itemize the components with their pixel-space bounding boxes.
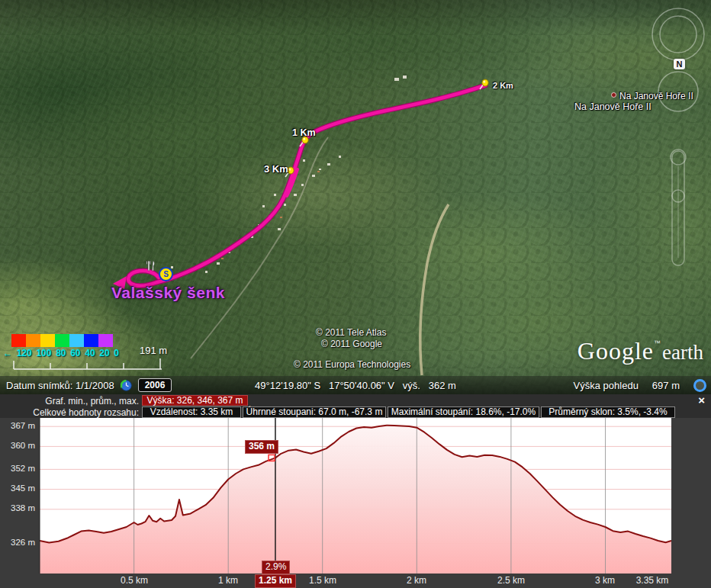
graph-min-avg-max-label: Graf. min., prům., max. <box>0 396 139 406</box>
legend-swatch <box>11 334 26 347</box>
legend-tick: 80 <box>56 348 66 358</box>
logo-earth-text: earth <box>662 341 703 364</box>
y-tick-label: 338 m <box>0 503 35 512</box>
cursor-distance-badge: 1.25 km <box>255 574 296 588</box>
distance-cell: Vzdálenost: 3.35 km <box>142 406 241 418</box>
road-path <box>420 204 449 375</box>
x-tick-label: 0.5 km <box>121 575 148 586</box>
legend-tick: 0 <box>114 348 119 358</box>
logo-google-text: Google <box>577 337 654 365</box>
x-tick-label: 3.35 km <box>636 575 669 586</box>
y-tick-label: 360 m <box>0 441 35 450</box>
elevation-min-avg-max-badge: Výška: 326, 346, 367 m <box>142 395 248 406</box>
legend-tick: 100 <box>36 348 51 358</box>
zoom-slider <box>671 149 686 265</box>
x-tick-label: 2 km <box>407 575 426 586</box>
legend-tick: 40 <box>85 348 95 358</box>
restaurant-icon[interactable] <box>146 260 156 275</box>
elevation-color-legend <box>11 334 113 347</box>
legend-tick: 60 <box>70 348 80 358</box>
cursor-elevation-badge: 356 m <box>245 440 278 454</box>
total-range-label: Celkové hodnoty rozsahu: <box>0 407 139 418</box>
copyright-tele-atlas: © 2011 Tele Atlas <box>316 327 386 338</box>
legend-swatch <box>69 334 84 347</box>
poi-label-valassky-senk: Valašský šenk <box>111 284 225 302</box>
track-marker-label-3km: 3 Km <box>264 163 288 175</box>
y-tick-label: 345 m <box>0 484 35 493</box>
profile-header: Graf. min., prům., max. Výška: 326, 346,… <box>0 394 711 418</box>
imagery-year-button[interactable]: 2006 <box>138 378 172 392</box>
x-tick-label: 2.5 km <box>497 575 525 586</box>
north-button[interactable]: N <box>674 59 685 69</box>
imagery-date-label: Datum snímků: 1/1/2008 <box>6 380 114 391</box>
x-tick-label: 3 km <box>595 575 615 586</box>
legend-swatch <box>98 334 113 347</box>
scale-ruler <box>14 358 162 369</box>
place-label-na-janove-2: Na Janově Hoře II <box>574 101 651 112</box>
legend-swatch <box>26 334 40 347</box>
streaming-indicator-icon <box>693 379 706 392</box>
copyright-google: © 2011 Google <box>321 339 382 349</box>
legend-swatch <box>55 334 69 347</box>
avg-slope-cell: Průměrný sklon: 3.5%, -3.4% <box>541 406 675 418</box>
x-tick-label: 1 km <box>218 575 238 586</box>
logo-tm: ™ <box>654 339 661 347</box>
y-tick-label: 367 m <box>0 421 35 430</box>
google-earth-logo: Google™earth <box>577 337 703 365</box>
cursor-grade-badge: 2.9% <box>262 561 290 574</box>
legend-swatch <box>40 334 55 347</box>
route-start-marker[interactable]: S <box>159 267 173 281</box>
track-marker-label-2km: 2 Km <box>493 81 513 90</box>
track-marker-label-1km: 1 Km <box>292 127 316 138</box>
legend-tick: 120 <box>17 348 32 358</box>
legend-swatch <box>84 334 98 347</box>
village-houses <box>160 76 407 275</box>
place-dot[interactable] <box>611 92 616 98</box>
y-tick-label: 352 m <box>0 464 35 473</box>
legend-tick-row: ← 120 100 80 60 40 20 0 <box>3 348 119 358</box>
village-road <box>191 137 328 358</box>
legend-arrow: ← <box>3 348 12 358</box>
y-tick-label: 326 m <box>0 538 35 547</box>
eye-altitude-value: 697 m <box>652 380 680 391</box>
total-ascent-cell: Úhrnné stoupani: 67.0 m, -67.3 m <box>243 406 386 418</box>
elevation-chart[interactable] <box>0 394 711 588</box>
close-icon[interactable]: × <box>698 394 705 406</box>
x-tick-label: 1.5 km <box>309 575 336 586</box>
map-3d-view[interactable]: 1 Km 3 Km 2 Km Na Janově Hoře II Na Jano… <box>0 0 711 394</box>
copyright-europa: © 2011 Europa Technologies <box>294 359 410 370</box>
eye-altitude-label: Výška pohledu <box>574 380 639 391</box>
max-slope-cell: Maximální stoupání: 18.6%, -17.0% <box>388 406 539 418</box>
status-bar: 49°12'19.80" S 17°50'40.06" V výš. 362 m… <box>0 376 711 394</box>
legend-tick: 20 <box>99 348 109 358</box>
legend-range-label: 191 m <box>140 345 167 356</box>
elevation-profile-panel: Graf. min., prům., max. Výška: 326, 346,… <box>0 394 711 588</box>
google-earth-window: 1 Km 3 Km 2 Km Na Janově Hoře II Na Jano… <box>0 0 711 588</box>
place-label-na-janove-1: Na Janově Hoře II <box>619 91 693 101</box>
clock-icon[interactable] <box>121 380 132 391</box>
